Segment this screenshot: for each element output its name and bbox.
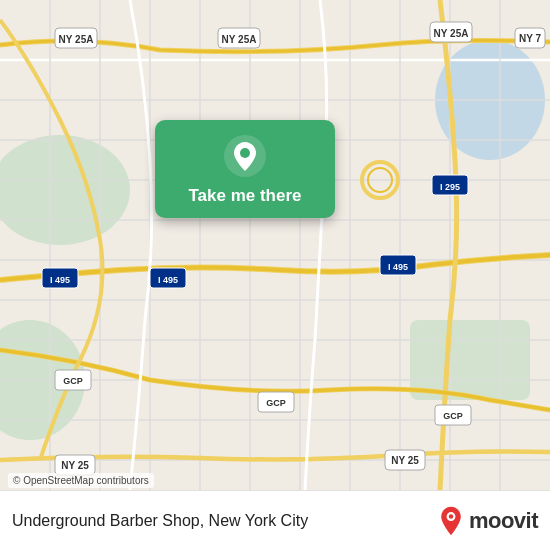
svg-text:NY 25A: NY 25A <box>59 34 94 45</box>
moovit-logo: moovit <box>437 505 538 537</box>
bottom-bar: Underground Barber Shop, New York City m… <box>0 490 550 550</box>
svg-text:GCP: GCP <box>266 398 286 408</box>
svg-text:NY 25A: NY 25A <box>222 34 257 45</box>
osm-attribution: © OpenStreetMap contributors <box>8 473 154 488</box>
take-me-there-button-label: Take me there <box>188 186 301 206</box>
svg-point-57 <box>449 514 453 518</box>
svg-text:I 495: I 495 <box>158 275 178 285</box>
map-area: NY 25A NY 25A NY 25A I 495 I 495 I 495 I… <box>0 0 550 490</box>
svg-text:NY 25: NY 25 <box>391 455 419 466</box>
svg-point-55 <box>240 148 250 158</box>
moovit-pin-icon <box>437 505 465 537</box>
take-me-there-card[interactable]: Take me there <box>155 120 335 218</box>
moovit-text: moovit <box>469 508 538 534</box>
svg-text:I 495: I 495 <box>50 275 70 285</box>
svg-text:I 495: I 495 <box>388 262 408 272</box>
place-name: Underground Barber Shop, New York City <box>12 512 437 530</box>
svg-text:NY 7: NY 7 <box>519 33 541 44</box>
svg-text:I 295: I 295 <box>440 182 460 192</box>
svg-text:GCP: GCP <box>63 376 83 386</box>
location-pin-icon <box>223 134 267 178</box>
svg-text:GCP: GCP <box>443 411 463 421</box>
svg-text:NY 25A: NY 25A <box>434 28 469 39</box>
svg-text:NY 25: NY 25 <box>61 460 89 471</box>
svg-rect-4 <box>410 320 530 400</box>
map-svg: NY 25A NY 25A NY 25A I 495 I 495 I 495 I… <box>0 0 550 490</box>
